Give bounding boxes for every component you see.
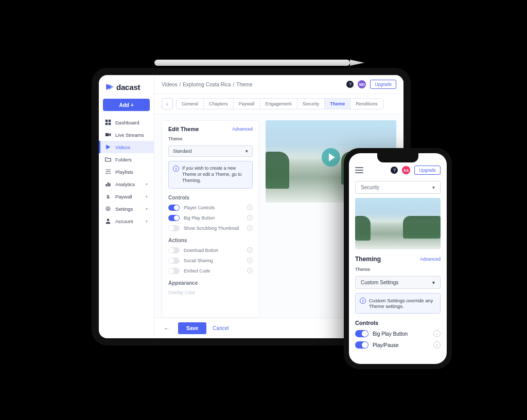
toggle-download — [168, 247, 180, 253]
chevron-down-icon: ▾ — [432, 185, 435, 190]
hint-icon[interactable]: i — [247, 247, 253, 253]
chevron-down-icon: ▾ — [146, 182, 148, 187]
toggle-play-pause[interactable] — [355, 341, 368, 349]
back-button[interactable]: ‹ — [162, 98, 173, 109]
avatar[interactable]: EA — [402, 166, 410, 174]
chevron-down-icon: ▾ — [146, 207, 148, 211]
sidebar-item-label: Dashboard — [115, 120, 139, 125]
tab-paywall[interactable]: Paywall — [234, 99, 260, 109]
toggle-scrub-thumb — [168, 225, 180, 231]
tab-chapters[interactable]: Chapters — [204, 99, 234, 109]
control-label: Download Button — [184, 248, 243, 253]
phone-video-preview[interactable] — [355, 198, 441, 249]
svg-text:$: $ — [107, 194, 110, 199]
toggle-big-play[interactable] — [355, 330, 368, 337]
control-scrub-thumb: Show Scrubbing Thumbnail i — [168, 225, 253, 231]
toggle-big-play[interactable] — [168, 215, 180, 221]
hint-icon[interactable]: i — [247, 225, 253, 231]
sidebar-item-label: Account — [115, 218, 133, 224]
tab-engagement[interactable]: Engagement — [260, 99, 297, 109]
menu-icon[interactable] — [355, 167, 363, 173]
svg-point-10 — [107, 219, 110, 222]
sidebar-item-dashboard[interactable]: Dashboard — [99, 116, 154, 129]
camera-icon — [105, 132, 111, 138]
svg-rect-5 — [106, 184, 107, 187]
collapse-sidebar-button[interactable]: ← — [162, 325, 172, 332]
theme-field-label: Theme — [168, 136, 253, 141]
sidebar-item-account[interactable]: Account ▾ — [99, 215, 154, 227]
svg-point-9 — [107, 208, 110, 210]
hint-icon[interactable]: i — [433, 330, 441, 337]
advanced-link[interactable]: Advanced — [420, 257, 441, 262]
hint-icon[interactable]: i — [247, 205, 253, 210]
cancel-button[interactable]: Cancel — [213, 325, 229, 331]
sidebar-item-analytics[interactable]: Analytics ▾ — [99, 178, 154, 190]
phone-theme-value: Custom Settings — [361, 280, 398, 285]
svg-rect-2 — [106, 123, 108, 125]
upgrade-button[interactable]: Upgrade — [370, 80, 396, 89]
hint-icon[interactable]: i — [247, 258, 253, 263]
info-box: i If you wish to create a new Theme or e… — [168, 161, 253, 189]
play-icon — [105, 144, 111, 150]
svg-rect-7 — [109, 184, 110, 187]
advanced-link[interactable]: Advanced — [232, 126, 253, 132]
sidebar-item-label: Folders — [115, 157, 132, 162]
control-player-controls: Player Controls i — [168, 205, 253, 211]
sidebar-item-label: Videos — [115, 144, 130, 150]
folder-icon — [105, 156, 111, 162]
sidebar-item-playlists[interactable]: Playlists — [99, 166, 154, 178]
breadcrumb-videos[interactable]: Videos — [162, 82, 177, 87]
sidebar: dacast Add + Dashboard Live Streams Vide… — [99, 75, 154, 338]
sidebar-item-paywall[interactable]: $ Paywall ▾ — [99, 190, 154, 203]
tab-theme[interactable]: Theme — [325, 99, 350, 109]
info-icon: i — [360, 298, 366, 304]
play-button[interactable] — [322, 148, 340, 167]
phone-frame: ? EA Upgrade Security ▾ Theming Advanced… — [344, 148, 452, 369]
theme-select[interactable]: Standard ▾ — [168, 145, 253, 157]
brand-name: dacast — [116, 83, 140, 92]
upgrade-button[interactable]: Upgrade — [414, 166, 441, 175]
avatar[interactable]: MD — [358, 80, 366, 88]
tab-security[interactable]: Security — [297, 99, 325, 109]
info-icon: i — [173, 166, 179, 172]
tab-general[interactable]: General — [177, 99, 204, 109]
panel-title: Edit Theme — [168, 126, 199, 132]
svg-rect-6 — [108, 182, 109, 187]
breadcrumb-item[interactable]: Exploring Costa Rica — [183, 82, 231, 87]
brand-logo[interactable]: dacast — [99, 75, 154, 97]
tab-renditions[interactable]: Renditions — [350, 99, 383, 109]
control-label: Play/Pause — [373, 342, 429, 348]
tabs-row: ‹ General Chapters Paywall Engagement Se… — [154, 94, 403, 114]
phone-tab-select[interactable]: Security ▾ — [355, 181, 441, 194]
control-label: Big Play Button — [373, 331, 429, 337]
control-label: Embed Code — [184, 268, 243, 273]
edit-theme-panel: Edit Theme Advanced Theme Standard ▾ i I… — [162, 120, 259, 318]
sidebar-item-folders[interactable]: Folders — [99, 153, 154, 166]
controls-section-title: Controls — [168, 195, 253, 200]
chevron-down-icon: ▾ — [146, 194, 148, 199]
hint-icon[interactable]: i — [433, 341, 441, 349]
add-button[interactable]: Add + — [103, 99, 150, 111]
help-icon[interactable]: ? — [346, 81, 354, 88]
sidebar-item-livestreams[interactable]: Live Streams — [99, 129, 154, 141]
sidebar-item-settings[interactable]: Settings ▾ — [99, 203, 154, 215]
svg-rect-3 — [109, 123, 111, 125]
control-social: Social Sharing i — [168, 258, 253, 264]
toggle-player-controls[interactable] — [168, 205, 180, 211]
appearance-item: Overlay Color — [168, 290, 253, 295]
control-big-play: Big Play Button i — [168, 215, 253, 221]
help-icon[interactable]: ? — [391, 167, 398, 174]
sidebar-item-label: Settings — [115, 206, 133, 212]
chevron-down-icon: ▾ — [245, 149, 248, 154]
save-button[interactable]: Save — [178, 322, 206, 334]
phone-info-box: i Custom Settings override any Theme set… — [355, 293, 441, 314]
svg-rect-4 — [106, 133, 109, 136]
phone-theme-select[interactable]: Custom Settings ▾ — [355, 276, 441, 289]
hint-icon[interactable]: i — [247, 215, 253, 221]
svg-rect-0 — [106, 120, 108, 122]
logo-icon — [105, 82, 114, 92]
dashboard-icon — [105, 119, 111, 125]
hint-icon[interactable]: i — [247, 268, 253, 273]
breadcrumb-current: Theme — [236, 82, 252, 87]
sidebar-item-videos[interactable]: Videos — [99, 141, 154, 153]
